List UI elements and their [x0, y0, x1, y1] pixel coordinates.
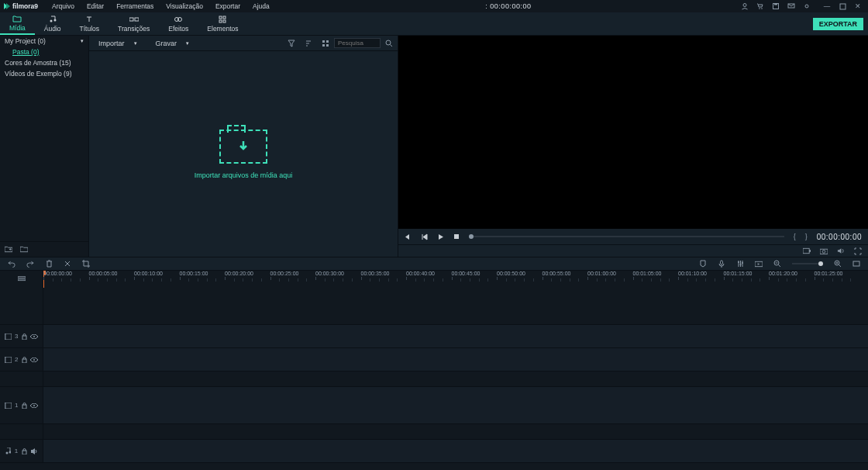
mark-out-icon[interactable]: }: [805, 233, 808, 240]
svg-rect-43: [5, 357, 6, 363]
folder-icon[interactable]: [20, 246, 28, 254]
preview-panel: { } 00:00:00:00: [398, 36, 868, 257]
eye-icon[interactable]: [30, 402, 38, 410]
stop-button[interactable]: [453, 233, 460, 240]
play-backward-button[interactable]: [421, 233, 428, 240]
track-lane[interactable]: [43, 348, 868, 371]
tree-pasta[interactable]: Pasta (0): [0, 47, 88, 57]
lock-icon[interactable]: [21, 333, 27, 340]
grid-view-icon[interactable]: [317, 40, 334, 47]
track-lane[interactable]: [43, 387, 868, 423]
tree-my-project[interactable]: My Project (0) ▾: [0, 36, 88, 47]
media-drop-zone[interactable]: Importar arquivos de mídia aqui: [89, 51, 398, 257]
menu-arquivo[interactable]: Arquivo: [46, 2, 81, 10]
svg-rect-52: [22, 451, 26, 454]
logo-icon: [3, 2, 11, 10]
timeline-toolbar: [0, 257, 868, 271]
save-icon[interactable]: [772, 2, 780, 10]
zoom-out-icon[interactable]: [773, 260, 781, 268]
lock-icon[interactable]: [21, 402, 27, 410]
search-icon[interactable]: [381, 40, 398, 47]
sort-icon[interactable]: [300, 40, 317, 47]
svg-rect-7: [840, 4, 846, 9]
quality-icon[interactable]: [803, 247, 811, 255]
eye-icon[interactable]: [30, 333, 38, 340]
playback-progress[interactable]: [469, 236, 784, 237]
menu-ajuda[interactable]: Ajuda: [246, 2, 276, 10]
prev-frame-button[interactable]: [405, 233, 412, 240]
track-lane[interactable]: [43, 325, 868, 347]
track-manager-icon[interactable]: [18, 275, 26, 283]
svg-point-41: [33, 336, 35, 337]
svg-rect-48: [22, 405, 26, 409]
svg-rect-14: [219, 16, 222, 19]
track-empty[interactable]: [43, 288, 868, 324]
svg-rect-47: [5, 403, 6, 409]
tab-titulos[interactable]: Títulos: [71, 12, 109, 35]
split-icon[interactable]: [64, 260, 71, 268]
undo-icon[interactable]: [8, 260, 16, 268]
tab-midia[interactable]: Mídia: [0, 12, 35, 35]
record-dropdown[interactable]: Gravar ▾: [146, 40, 199, 47]
snapshot-icon[interactable]: [820, 247, 828, 255]
account-icon[interactable]: [741, 2, 749, 10]
tab-audio[interactable]: Áudio: [35, 12, 71, 35]
import-dropdown[interactable]: Importar ▾: [89, 40, 146, 47]
svg-point-6: [805, 5, 808, 8]
svg-rect-19: [326, 40, 329, 43]
svg-point-9: [53, 19, 56, 21]
menu-exportar[interactable]: Exportar: [209, 2, 246, 10]
mark-in-icon[interactable]: {: [794, 233, 796, 240]
track-lane[interactable]: [43, 440, 868, 462]
play-button[interactable]: [437, 233, 444, 240]
mute-icon[interactable]: [31, 448, 38, 455]
tab-transicoes[interactable]: Transições: [108, 12, 159, 35]
tab-elementos[interactable]: Elementos: [198, 12, 247, 35]
svg-point-22: [386, 40, 391, 45]
lock-icon[interactable]: [21, 356, 27, 364]
preview-viewport[interactable]: [398, 36, 868, 229]
marker-icon[interactable]: [699, 260, 707, 268]
message-icon[interactable]: [787, 2, 795, 10]
svg-rect-23: [454, 234, 459, 239]
record-vo-icon[interactable]: [718, 260, 725, 268]
mixer-icon[interactable]: [736, 260, 744, 268]
svg-point-2: [761, 8, 763, 9]
export-button[interactable]: EXPORTAR: [813, 18, 863, 30]
music-icon: [49, 16, 57, 23]
menu-bar: filmora9 Arquivo Editar Ferramentas Visu…: [0, 0, 868, 12]
search-input[interactable]: [334, 38, 381, 48]
tree-cores[interactable]: Cores de Amostra (15): [0, 57, 88, 68]
render-icon[interactable]: [755, 260, 763, 268]
svg-rect-37: [18, 279, 26, 281]
zoom-slider[interactable]: [792, 263, 823, 264]
ruler-tick: 00:00:05:00: [89, 271, 118, 280]
lock-icon[interactable]: [21, 448, 28, 455]
zoom-fit-icon[interactable]: [852, 260, 860, 268]
tab-label: Efeitos: [168, 25, 188, 33]
settings-icon[interactable]: [803, 2, 811, 10]
minimize-icon[interactable]: —: [823, 2, 831, 10]
menu-visualizacao[interactable]: Visualização: [160, 2, 209, 10]
timeline-ruler[interactable]: 00:00:00:0000:00:05:0000:00:10:0000:00:1…: [43, 271, 868, 288]
playback-controls: { } 00:00:00:00: [398, 229, 868, 244]
new-folder-icon[interactable]: [5, 246, 12, 254]
maximize-icon[interactable]: [839, 2, 846, 10]
zoom-in-icon[interactable]: [834, 260, 842, 268]
filter-icon[interactable]: [283, 40, 300, 47]
transition-icon: [129, 16, 139, 23]
video-track-1: 1: [0, 387, 868, 424]
cart-icon[interactable]: [756, 2, 764, 10]
tab-efeitos[interactable]: Efeitos: [159, 12, 198, 35]
redo-icon[interactable]: [26, 260, 34, 268]
menu-editar[interactable]: Editar: [81, 2, 110, 10]
tree-videos-exemplo[interactable]: Vídeos de Exemplo (9): [0, 68, 88, 79]
eye-icon[interactable]: [30, 356, 38, 364]
close-icon[interactable]: ✕: [854, 2, 862, 10]
crop-icon[interactable]: [82, 260, 90, 268]
delete-icon[interactable]: [45, 260, 53, 268]
volume-icon[interactable]: [837, 247, 845, 255]
menu-ferramentas[interactable]: Ferramentas: [110, 2, 160, 10]
app-name: filmora9: [12, 2, 38, 10]
fullscreen-icon[interactable]: [854, 247, 862, 255]
